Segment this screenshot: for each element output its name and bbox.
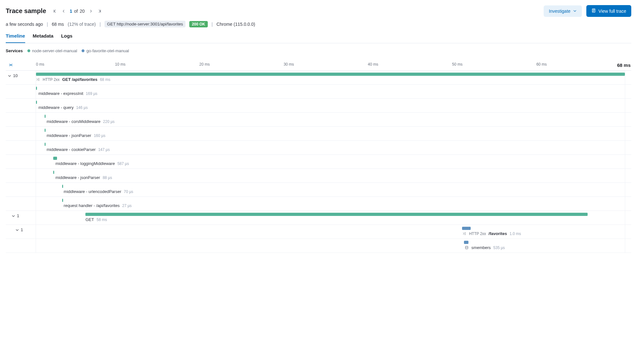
span-icon (462, 232, 467, 236)
span-duration: 147 µs (98, 147, 110, 152)
axis-end: 68 ms (609, 62, 631, 68)
service-legend-item[interactable]: go-favorite-otel-manual (82, 48, 129, 53)
service-name: go-favorite-otel-manual (86, 48, 129, 53)
span-duration: 587 µs (117, 161, 129, 166)
span-row[interactable]: middleware - query146 µs (6, 99, 631, 113)
pager-prev-icon[interactable] (61, 8, 67, 14)
pager-current: 1 (70, 9, 72, 14)
span-bar[interactable] (45, 143, 46, 146)
view-full-trace-button[interactable]: View full trace (586, 5, 631, 17)
database-icon (465, 246, 469, 250)
span-duration: 70 µs (124, 189, 134, 194)
meta-duration: 68 ms (52, 22, 64, 27)
pager-next-icon[interactable] (88, 8, 94, 14)
span-row[interactable]: middleware - cookieParser147 µs (6, 141, 631, 155)
axis-tick: 20 ms (199, 62, 210, 67)
tab-logs[interactable]: Logs (61, 33, 73, 43)
span-row[interactable]: smembers535 µs (6, 239, 631, 253)
span-row[interactable]: middleware - loggingMiddleware587 µs (6, 155, 631, 169)
pager-first-icon[interactable] (52, 8, 58, 14)
span-bar[interactable] (462, 227, 471, 230)
span-bar[interactable] (45, 115, 46, 118)
span-duration: 88 µs (103, 175, 112, 180)
span-name: smembers (471, 245, 491, 250)
expand-toggle[interactable]: 1 (11, 213, 19, 218)
axis-tick: 50 ms (452, 62, 463, 67)
collapse-all-icon[interactable] (8, 62, 13, 68)
services-label: Services (6, 48, 23, 53)
span-icon (36, 77, 40, 82)
span-duration: 68 ms (100, 77, 111, 82)
axis-tick: 10 ms (115, 62, 126, 67)
span-bar[interactable] (53, 157, 57, 160)
dot-icon (82, 49, 84, 52)
document-icon (591, 8, 596, 14)
span-bar[interactable] (62, 185, 63, 188)
span-row[interactable]: request handler - /api/favorites27 µs (6, 197, 631, 211)
span-bar[interactable] (45, 129, 46, 132)
svg-point-1 (466, 246, 468, 247)
pager-total: 20 (80, 9, 85, 14)
view-full-label: View full trace (598, 9, 626, 14)
span-name: GET (85, 217, 94, 222)
request-chip[interactable]: GET http://node-server:3001/api/favorite… (105, 21, 185, 27)
pager-last-icon[interactable] (97, 8, 103, 14)
span-bar[interactable] (53, 171, 54, 174)
span-name: request handler - /api/favorites (64, 203, 120, 208)
http-status: HTTP 2xx (43, 77, 60, 82)
span-name: middleware - cookieParser (47, 147, 96, 152)
span-bar[interactable] (36, 101, 37, 104)
span-bar[interactable] (464, 241, 469, 244)
span-row[interactable]: middleware - jsonParser160 µs (6, 127, 631, 141)
axis-tick: 60 ms (536, 62, 547, 67)
span-duration: 58 ms (97, 218, 107, 222)
span-name: middleware - jsonParser (47, 133, 91, 138)
span-duration: 535 µs (493, 246, 505, 250)
meta-age: a few seconds ago (6, 22, 43, 27)
axis-tick: 30 ms (284, 62, 294, 67)
span-duration: 160 µs (94, 133, 105, 138)
span-name: middleware - expressInit (38, 91, 83, 96)
pager: 1 of 20 (52, 8, 103, 14)
span-row[interactable]: middleware - jsonParser88 µs (6, 169, 631, 183)
axis-tick: 0 ms (36, 62, 44, 67)
page-title: Trace sample (6, 7, 46, 15)
tab-metadata[interactable]: Metadata (33, 33, 54, 43)
span-row[interactable]: middleware - corsMiddleware220 µs (6, 113, 631, 127)
span-name: middleware - jsonParser (55, 175, 100, 180)
span-row[interactable]: middleware - expressInit169 µs (6, 85, 631, 99)
investigate-label: Investigate (549, 9, 570, 14)
expand-toggle[interactable]: 1 (15, 227, 23, 232)
span-row[interactable]: 1GET58 ms (6, 211, 631, 225)
span-duration: 220 µs (103, 119, 114, 124)
span-row[interactable]: 1HTTP 2xx/favorites1.0 ms (6, 225, 631, 239)
pager-of-label: of (74, 9, 78, 14)
service-name: node-server-otel-manual (32, 48, 77, 53)
meta-pct: (12% of trace) (68, 22, 96, 27)
tab-timeline[interactable]: Timeline (6, 33, 25, 43)
span-name: middleware - urlencodedParser (64, 189, 121, 194)
span-name: middleware - query (38, 105, 74, 110)
span-name: GET /api/favorites (62, 77, 98, 82)
dot-icon (27, 49, 30, 52)
axis-tick: 40 ms (368, 62, 378, 67)
span-bar[interactable] (36, 73, 625, 76)
span-name: middleware - loggingMiddleware (55, 161, 115, 166)
meta-client: Chrome (115.0.0.0) (216, 22, 255, 27)
chevron-down-icon (573, 9, 577, 14)
span-duration: 27 µs (122, 203, 132, 208)
span-name: /favorites (489, 231, 507, 236)
investigate-button[interactable]: Investigate (544, 5, 582, 17)
status-chip: 200 OK (189, 21, 207, 27)
span-row[interactable]: 10HTTP 2xxGET /api/favorites68 ms (6, 71, 631, 85)
span-name: middleware - corsMiddleware (47, 119, 100, 124)
span-bar[interactable] (85, 213, 588, 216)
span-bar[interactable] (62, 199, 63, 202)
http-status: HTTP 2xx (469, 232, 486, 236)
meta-row: a few seconds ago | 68 ms (12% of trace)… (6, 21, 631, 27)
span-row[interactable]: middleware - urlencodedParser70 µs (6, 183, 631, 197)
span-duration: 169 µs (86, 91, 97, 96)
span-bar[interactable] (36, 87, 37, 90)
service-legend-item[interactable]: node-server-otel-manual (27, 48, 77, 53)
expand-toggle[interactable]: 10 (8, 73, 18, 78)
